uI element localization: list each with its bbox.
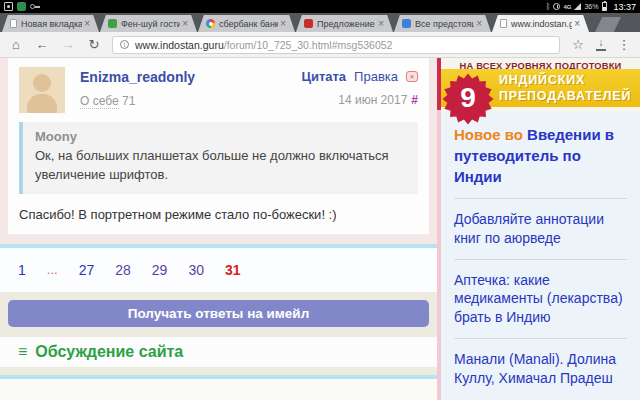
- back-icon[interactable]: [34, 33, 50, 57]
- news-prefix: Новое во: [454, 126, 523, 143]
- lower-section: Получать ответы на имейл ≡ Обсуждение са…: [0, 292, 437, 400]
- forward-icon[interactable]: [60, 33, 76, 57]
- author-about[interactable]: О себе 71: [80, 94, 301, 108]
- tab-strip: Новая вкладка × Фен-шуй гостиной × сберб…: [0, 13, 640, 32]
- quote-text: Ок, на больших планшетах больше не должн…: [35, 147, 406, 185]
- quote-author: Moony: [35, 129, 406, 144]
- red-site-icon: [304, 19, 313, 28]
- close-icon[interactable]: ×: [376, 16, 393, 31]
- google-icon: [206, 19, 215, 28]
- news-card: Новое во Введении в путеводитель по Инди…: [441, 113, 640, 400]
- post-meta: Цитата Правка 14 июн 2017#: [301, 67, 418, 113]
- section-bar: ≡ Обсуждение сайта: [0, 337, 437, 367]
- post-anchor-link[interactable]: #: [411, 93, 418, 107]
- bookmark-star-icon[interactable]: [570, 33, 586, 57]
- ad-line2: ПРЕПОДАВАТЕЛЕЙ: [499, 88, 640, 104]
- ad-badge: 9: [442, 73, 494, 125]
- clock: 13:37: [613, 2, 636, 12]
- close-icon[interactable]: ×: [474, 16, 491, 31]
- close-icon[interactable]: ×: [82, 16, 99, 31]
- news-link[interactable]: Манали (Manali). Долина Куллу, Химачал П…: [454, 350, 627, 388]
- ad-tagline[interactable]: НА ВСЕХ УРОВНЯХ ПОДГОТОВКИ: [443, 58, 638, 69]
- screenshot-icon: [4, 2, 13, 11]
- divider: [454, 338, 627, 339]
- reply-text: Спасибо! В портретном режиме стало по-бо…: [19, 207, 418, 222]
- ad-line1: ИНДИЙСКИХ: [499, 72, 640, 88]
- url-bar[interactable]: www.indostan.guru/forum/10_725_30.html#m…: [112, 36, 560, 54]
- new-tab-button[interactable]: [595, 17, 621, 32]
- page-link[interactable]: 28: [115, 262, 131, 278]
- ad-badge-number: 9: [442, 73, 494, 125]
- divider: [454, 259, 627, 260]
- tab-label: сбербанк банкомат: [219, 19, 278, 29]
- about-label[interactable]: О себе: [80, 94, 119, 109]
- pagination: 1 ... 27 28 29 30 31: [0, 248, 437, 292]
- tablet-screen: ᛒ 4G 36% 13:37 Новая вкладка × Фен-шуй г…: [0, 0, 640, 400]
- reload-icon[interactable]: [86, 33, 102, 57]
- spacer: [0, 234, 437, 244]
- author-block: Enizma_readonly О себе 71: [65, 67, 301, 113]
- tab-indostan-active[interactable]: www.indostan.guru ×: [492, 15, 589, 32]
- page-link[interactable]: 1: [18, 262, 26, 278]
- green-app-icon: [17, 2, 26, 11]
- signal-icon: [574, 3, 581, 10]
- page-ellipsis: ...: [47, 262, 58, 277]
- page-icon: [10, 19, 17, 28]
- tab-label: Предложение по ра: [317, 19, 376, 29]
- green-site-icon: [108, 19, 117, 28]
- forum-post: Enizma_readonly О себе 71 Цитата Правка …: [8, 58, 429, 234]
- overflow-menu-icon[interactable]: [616, 33, 632, 57]
- delete-icon[interactable]: [406, 71, 418, 82]
- battery-icon: [602, 2, 607, 11]
- tab-predlozhenie[interactable]: Предложение по ра ×: [296, 15, 393, 32]
- close-icon[interactable]: ×: [572, 16, 589, 31]
- quote-action-link[interactable]: Цитата: [301, 69, 346, 84]
- mobile-data-icon: 4G: [563, 4, 571, 10]
- page-scrollbar[interactable]: [437, 58, 441, 400]
- browser-toolbar: www.indostan.guru/forum/10_725_30.html#m…: [0, 32, 640, 58]
- edit-action-link[interactable]: Правка: [354, 69, 398, 84]
- tab-label: Новая вкладка: [21, 19, 82, 29]
- page-link[interactable]: 29: [152, 262, 168, 278]
- tab-label: Фен-шуй гостиной: [121, 19, 180, 29]
- hamburger-icon: ≡: [18, 344, 27, 360]
- close-icon[interactable]: ×: [278, 16, 295, 31]
- divider: [454, 198, 627, 199]
- tab-predstoyashchie[interactable]: Все предстоящие м ×: [394, 15, 491, 32]
- tab-fengshui[interactable]: Фен-шуй гостиной ×: [100, 15, 197, 32]
- tab-label: Все предстоящие м: [415, 19, 474, 29]
- forum-column: Enizma_readonly О себе 71 Цитата Правка …: [0, 58, 437, 400]
- download-icon[interactable]: [596, 38, 606, 51]
- page-content: Enizma_readonly О себе 71 Цитата Правка …: [0, 58, 640, 400]
- spacer: [0, 367, 437, 375]
- battery-percent: 36%: [584, 3, 598, 10]
- tab-new-tab[interactable]: Новая вкладка ×: [2, 15, 99, 32]
- news-link[interactable]: Аптечка: какие медикаменты (лекарства) б…: [454, 271, 627, 328]
- author-name[interactable]: Enizma_readonly: [80, 67, 301, 85]
- url-text: www.indostan.guru/forum/10_725_30.html#m…: [135, 39, 392, 51]
- section-heading-link[interactable]: Обсуждение сайта: [35, 343, 183, 361]
- url-path: /forum/10_725_30.html#msg536052: [224, 39, 393, 51]
- page-info-icon[interactable]: [120, 40, 129, 49]
- sidebar: НА ВСЕХ УРОВНЯХ ПОДГОТОВКИ 9 ИНДИЙСКИХ П…: [441, 58, 640, 400]
- notification-icons: [4, 2, 35, 11]
- about-count: 71: [122, 94, 135, 108]
- close-icon[interactable]: ×: [180, 16, 197, 31]
- home-icon[interactable]: [8, 33, 24, 57]
- ad-banner[interactable]: 9 ИНДИЙСКИХ ПРЕПОДАВАТЕЛЕЙ: [441, 69, 640, 107]
- alarm-icon: [553, 3, 560, 10]
- url-domain: www.indostan.guru: [135, 39, 224, 51]
- avatar[interactable]: [19, 67, 65, 113]
- page-link[interactable]: 27: [79, 262, 95, 278]
- status-bar: ᛒ 4G 36% 13:37: [0, 0, 640, 13]
- vpn-key-icon: [30, 4, 35, 9]
- bluetooth-icon: ᛒ: [546, 2, 551, 12]
- page-link[interactable]: 30: [188, 262, 204, 278]
- tab-sberbank[interactable]: сбербанк банкомат ×: [198, 15, 295, 32]
- current-page: 31: [225, 262, 241, 278]
- tab-label: www.indostan.guru: [511, 19, 572, 29]
- post-date: 14 июн 2017: [338, 93, 407, 107]
- subscribe-button[interactable]: Получать ответы на имейл: [8, 300, 429, 327]
- news-link[interactable]: Добавляйте аннотации книг по аюрведе: [454, 210, 627, 248]
- quote-block: Moony Ок, на больших планшетах больше не…: [19, 122, 418, 194]
